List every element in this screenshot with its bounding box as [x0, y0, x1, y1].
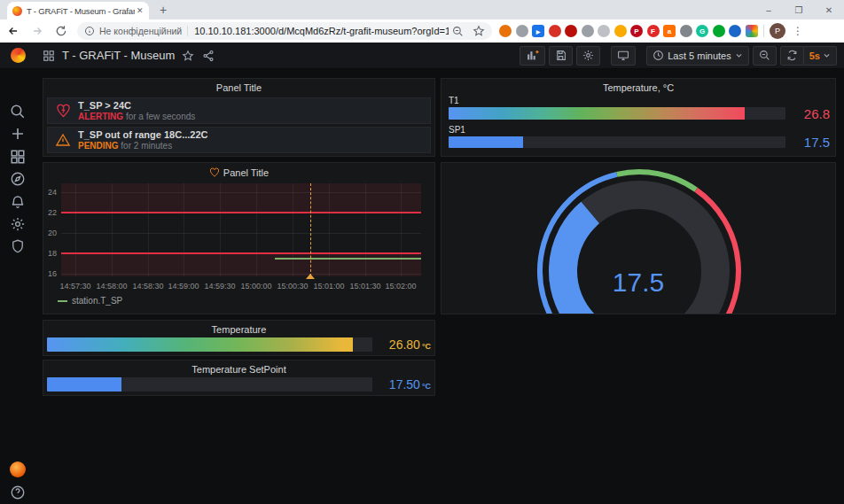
- add-panel-button[interactable]: [520, 46, 545, 66]
- bargauge-t1: 26.8: [449, 107, 830, 120]
- search-icon[interactable]: [10, 104, 26, 120]
- tv-icon: [617, 50, 629, 61]
- close-button[interactable]: ✕: [814, 0, 844, 19]
- flipboard-icon[interactable]: F: [647, 25, 660, 37]
- alert-name: T_SP > 24C: [78, 100, 195, 112]
- bar-value: 26.8: [785, 106, 830, 121]
- user-avatar[interactable]: [10, 461, 26, 477]
- reload-button[interactable]: [51, 20, 72, 42]
- badge-icon[interactable]: [549, 25, 561, 37]
- panel-title[interactable]: Temperature, °C: [442, 79, 835, 94]
- help-icon[interactable]: [10, 485, 26, 500]
- alerting-bell-icon[interactable]: [10, 194, 26, 210]
- browser-menu-icon[interactable]: ⋮: [793, 25, 803, 37]
- panel-title[interactable]: Temperature: [43, 321, 434, 336]
- configuration-gear-icon[interactable]: [10, 216, 26, 232]
- security-label[interactable]: Не конфіденційний: [99, 26, 182, 36]
- divider: [187, 26, 188, 36]
- alert-item-pending[interactable]: T_SP out of range 18C...22C PENDING for …: [47, 127, 431, 153]
- bar-fill: [47, 377, 121, 392]
- gridline: [112, 183, 113, 276]
- alert-state: PENDING: [78, 141, 119, 151]
- alert-duration: for 2 minutes: [119, 141, 173, 151]
- chevron-down-icon: [735, 51, 743, 59]
- grafana-logo-button[interactable]: [0, 43, 35, 69]
- x-tick: 15:02:00: [381, 282, 420, 291]
- dashboard-settings-button[interactable]: [576, 46, 600, 66]
- bar-value: 17.50°C: [372, 377, 431, 392]
- refresh-interval-dropdown[interactable]: 5s: [804, 46, 837, 66]
- x-tick: 15:01:00: [309, 282, 348, 291]
- url-text[interactable]: 10.10.10.181:3000/d/McqMd6zRz/t-grafit-m…: [194, 26, 449, 36]
- alert-heart-icon: [209, 167, 220, 178]
- forward-button[interactable]: [27, 20, 48, 42]
- cast-icon[interactable]: [680, 25, 692, 37]
- panel-title[interactable]: Panel Title: [43, 163, 434, 178]
- palette-icon[interactable]: [746, 25, 758, 37]
- shopping-icon[interactable]: a: [663, 25, 676, 37]
- panel-title[interactable]: Temperature SetPoint: [43, 361, 434, 376]
- bookmark-star-icon[interactable]: [473, 25, 485, 37]
- temperature-bargauge-panel: Temperature, °C T1 26.8 SP1 17.5: [441, 78, 836, 157]
- refresh-button[interactable]: [780, 46, 804, 66]
- sidebar: [0, 69, 35, 504]
- panel-title[interactable]: Panel Title: [43, 79, 434, 94]
- legend-series-color: [58, 300, 67, 302]
- tab-title: T - GRAFiT - Museum - Grafana: [27, 6, 135, 16]
- minimize-button[interactable]: –: [754, 0, 784, 19]
- pinterest-icon[interactable]: P: [630, 25, 643, 37]
- address-bar[interactable]: Не конфіденційний 10.10.10.181:3000/d/Mc…: [77, 22, 492, 40]
- gridline: [61, 192, 421, 193]
- time-range-picker[interactable]: Last 5 minutes: [646, 46, 749, 66]
- zoom-out-button[interactable]: [753, 46, 777, 66]
- annotation-marker[interactable]: [306, 274, 315, 279]
- adblock-icon[interactable]: [565, 25, 577, 37]
- grafana-favicon: [12, 6, 22, 16]
- x-tick: 15:01:30: [346, 282, 385, 291]
- time-range-label: Last 5 minutes: [668, 50, 731, 61]
- globe-icon[interactable]: [516, 25, 528, 37]
- video-icon[interactable]: ▶: [532, 25, 544, 37]
- gauge[interactable]: 17.5: [442, 163, 835, 314]
- dashboard-title[interactable]: T - GRAFiT - Museum: [62, 49, 175, 62]
- alert-item-alerting[interactable]: T_SP > 24C ALERTING for a few seconds: [47, 97, 431, 124]
- save-dashboard-button[interactable]: [549, 46, 573, 66]
- x-tick: 14:59:00: [164, 282, 203, 291]
- gridline: [220, 183, 221, 276]
- dashboard-grid: Panel Title T_SP > 24C ALERTING for a fe…: [35, 69, 844, 504]
- back-button[interactable]: [3, 20, 24, 42]
- create-plus-icon[interactable]: [10, 126, 26, 142]
- tab-close-icon[interactable]: ✕: [137, 6, 144, 15]
- gridline: [61, 274, 421, 275]
- restore-button[interactable]: ❐: [784, 0, 814, 19]
- key-icon[interactable]: [614, 25, 627, 37]
- back-icon: [7, 25, 20, 37]
- grammarly-icon[interactable]: G: [696, 25, 708, 37]
- links-icon[interactable]: [582, 25, 594, 37]
- dashboard-topnav: T - GRAFiT - Museum Last 5 minut: [0, 43, 844, 69]
- bar-label-sp1: SP1: [449, 125, 465, 135]
- dashboards-icon[interactable]: [10, 149, 26, 165]
- cloud-icon[interactable]: [598, 25, 610, 37]
- gauge-panel: 17.5: [441, 162, 836, 314]
- zoom-indicator-icon[interactable]: [452, 26, 464, 37]
- profile-avatar[interactable]: P: [770, 23, 785, 39]
- cycle-view-button[interactable]: [611, 46, 636, 66]
- y-tick: 24: [43, 188, 57, 197]
- plot-area[interactable]: [61, 183, 421, 276]
- new-tab-button[interactable]: +: [156, 4, 170, 18]
- extensions-row: ▶ P F a G: [499, 25, 762, 37]
- browser-tab[interactable]: T - GRAFiT - Museum - Grafana ✕: [7, 2, 149, 19]
- legend[interactable]: station.T_SP: [58, 296, 122, 306]
- evernote-icon[interactable]: [713, 25, 725, 37]
- favorite-star-icon[interactable]: [182, 50, 194, 62]
- add-panel-icon: [526, 50, 539, 61]
- explore-compass-icon[interactable]: [10, 171, 26, 187]
- shield-check-icon[interactable]: [729, 25, 741, 37]
- server-admin-shield-icon[interactable]: [10, 238, 26, 254]
- unit-label: °C: [422, 342, 431, 351]
- magnifier-minus-icon: [759, 50, 770, 61]
- rss-icon[interactable]: [499, 25, 512, 37]
- annotation-line[interactable]: [310, 183, 311, 276]
- share-icon[interactable]: [202, 50, 215, 62]
